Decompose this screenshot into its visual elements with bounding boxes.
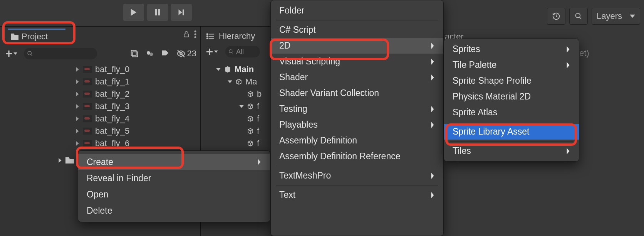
svg-point-24 <box>207 38 208 39</box>
menu-item[interactable]: Sprite Shape Profile <box>444 73 579 89</box>
svg-line-12 <box>31 54 32 56</box>
menu-item[interactable]: Testing <box>271 101 443 117</box>
project-context-menu: CreateReveal in FinderOpenDelete <box>78 150 270 222</box>
scene-row[interactable]: Main <box>216 63 262 76</box>
sprite-thumbnail-icon <box>83 128 92 135</box>
step-button[interactable] <box>171 4 192 21</box>
chevron-right-icon <box>430 192 435 198</box>
menu-item[interactable]: Shader Variant Collection <box>271 85 443 101</box>
chevron-right-icon <box>430 122 435 128</box>
hierarchy-row[interactable]: f <box>216 137 262 150</box>
menu-item[interactable]: Sprite Atlas <box>444 105 579 120</box>
asset-label: bat_fly_1 <box>95 77 129 87</box>
label-icon[interactable] <box>161 49 169 58</box>
menu-item-label: Physics Material 2D <box>453 91 531 102</box>
svg-point-27 <box>229 50 232 53</box>
sprite-thumbnail-icon <box>83 115 92 122</box>
asset-row[interactable]: bat_fly_1 <box>75 76 195 88</box>
menu-item[interactable]: Playables <box>271 117 443 133</box>
menu-item-label: Delete <box>87 206 112 216</box>
sprite-thumbnail-icon <box>83 91 92 98</box>
project-tab-controls <box>183 30 196 38</box>
sprite-thumbnail-icon <box>83 140 92 147</box>
menu-item[interactable]: Assembly Definition Reference <box>271 148 443 164</box>
svg-rect-1 <box>158 9 160 15</box>
menu-item[interactable]: C# Script <box>271 22 443 38</box>
project-tab[interactable]: Project <box>8 29 65 43</box>
hierarchy-add-dropdown[interactable] <box>205 46 220 57</box>
hierarchy-tab[interactable]: Hierarchy <box>206 31 255 41</box>
menu-item-label: Shader <box>279 72 308 83</box>
svg-rect-13 <box>131 51 136 56</box>
gameobject-icon <box>247 128 254 135</box>
gameobject-icon <box>247 103 254 110</box>
menu-item-label: Create <box>87 157 113 167</box>
svg-point-16 <box>149 52 153 56</box>
svg-rect-0 <box>155 9 157 15</box>
search-icon <box>27 51 33 57</box>
expand-icon <box>75 92 80 96</box>
layers-dropdown[interactable]: Layers <box>592 8 640 25</box>
menu-item[interactable]: Sprites <box>444 41 579 57</box>
asset-row[interactable]: bat_fly_6 <box>75 137 195 150</box>
svg-point-7 <box>195 34 196 35</box>
add-dropdown[interactable] <box>4 48 19 59</box>
expand-icon <box>75 79 80 84</box>
gameobject-icon <box>247 140 254 147</box>
kebab-icon[interactable] <box>194 30 196 38</box>
menu-item-label: Shader Variant Collection <box>279 88 379 98</box>
menu-item[interactable]: Open <box>78 186 270 202</box>
package-icon[interactable] <box>130 49 139 58</box>
play-button[interactable] <box>123 4 144 21</box>
menu-item[interactable]: Reveal in Finder <box>78 170 270 186</box>
expand-icon <box>75 67 80 72</box>
menu-item-label: Sprite Atlas <box>453 107 497 118</box>
hidden-toggle[interactable]: 23 <box>176 49 196 59</box>
hierarchy-row[interactable]: Ma <box>216 76 262 88</box>
menu-item[interactable]: Text <box>271 187 443 203</box>
menu-item[interactable]: Sprite Library Asset <box>444 124 579 140</box>
menu-item-label: Tile Palette <box>453 60 496 70</box>
lock-icon[interactable] <box>183 30 190 38</box>
menu-item[interactable]: Delete <box>78 202 270 219</box>
menu-item[interactable]: TextMeshPro <box>271 168 443 184</box>
menu-item[interactable]: Shader <box>271 69 443 85</box>
svg-line-4 <box>579 17 581 19</box>
chevron-right-icon <box>430 74 435 81</box>
menu-item[interactable]: Visual Scripting <box>271 54 443 69</box>
play-controls <box>123 4 192 21</box>
menu-item-label: Playables <box>279 120 318 130</box>
chevron-right-icon <box>430 59 435 65</box>
asset-row[interactable]: bat_fly_5 <box>75 125 195 137</box>
asset-row[interactable]: bat_fly_2 <box>75 88 195 100</box>
hierarchy-row[interactable]: f <box>216 113 262 125</box>
menu-item[interactable]: Create <box>78 154 270 170</box>
hierarchy-row[interactable]: b <box>216 88 262 100</box>
menu-item[interactable]: 2D <box>271 38 443 54</box>
asset-label: bat_fly_3 <box>95 101 129 111</box>
svg-point-23 <box>207 36 208 37</box>
hierarchy-search-input[interactable]: All <box>225 46 260 57</box>
menu-item[interactable]: Folder <box>271 3 443 19</box>
hierarchy-icon <box>206 33 215 40</box>
menu-item[interactable]: Tile Palette <box>444 57 579 73</box>
project-toolbar: 23 <box>4 46 196 61</box>
pause-button[interactable] <box>147 4 168 21</box>
asset-row[interactable]: bat_fly_0 <box>75 63 195 76</box>
filter-type-icon[interactable] <box>146 49 154 58</box>
menu-item[interactable]: Assembly Definition <box>271 133 443 148</box>
asset-row[interactable]: bat_fly_4 <box>75 113 195 125</box>
menu-item[interactable]: Tiles <box>444 143 579 159</box>
hierarchy-row[interactable]: f <box>216 125 262 137</box>
hierarchy-row[interactable]: f <box>216 100 262 113</box>
asset-row[interactable]: bat_fly_3 <box>75 100 195 113</box>
project-search-input[interactable] <box>24 48 97 59</box>
menu-item[interactable]: Physics Material 2D <box>444 89 579 105</box>
search-button[interactable] <box>569 8 588 25</box>
chevron-right-icon <box>257 159 262 165</box>
menu-item-label: 2D <box>279 40 290 51</box>
expand-icon <box>75 116 80 121</box>
menu-item-label: Open <box>87 189 108 200</box>
history-button[interactable] <box>547 8 565 25</box>
menu-separator <box>276 185 438 185</box>
